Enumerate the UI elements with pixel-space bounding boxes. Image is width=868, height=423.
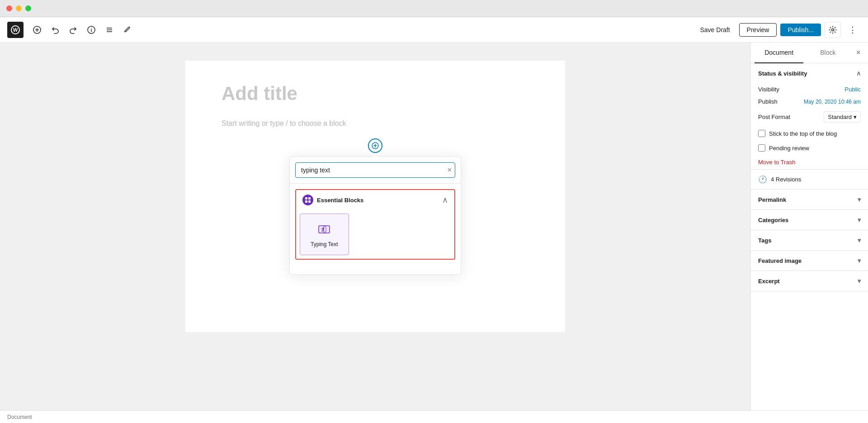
sidebar-close-button[interactable]: × <box>853 46 865 59</box>
tags-header[interactable]: Tags ▾ <box>751 230 868 250</box>
preview-button[interactable]: Preview <box>739 23 777 37</box>
typing-text-icon: T <box>316 221 332 238</box>
svg-point-9 <box>832 29 834 31</box>
tags-panel: Tags ▾ <box>751 230 868 251</box>
wp-main: Add title Start writing or type / to cho… <box>0 43 868 410</box>
excerpt-header[interactable]: Excerpt ▾ <box>751 271 868 291</box>
more-options-button[interactable]: ⋮ <box>844 22 861 38</box>
post-format-value: Standard <box>828 114 852 120</box>
popup-arrow-inner <box>372 154 378 157</box>
publish-row: Publish May 20, 2020 10:46 am <box>751 95 868 108</box>
category-collapse-button[interactable]: ∧ <box>442 195 448 205</box>
post-title-placeholder[interactable]: Add title <box>222 82 529 105</box>
category-label: Essential Blocks <box>302 195 363 205</box>
excerpt-title: Excerpt <box>758 278 780 285</box>
categories-panel: Categories ▾ <box>751 210 868 230</box>
post-format-select[interactable]: Standard ▾ <box>824 111 861 123</box>
tab-block[interactable]: Block <box>803 43 852 63</box>
status-visibility-panel: Status & visibility ∧ Visibility Public … <box>751 63 868 170</box>
clear-icon: × <box>448 166 452 174</box>
redo-button[interactable] <box>65 22 81 38</box>
visibility-value[interactable]: Public <box>845 86 861 93</box>
svg-rect-15 <box>305 200 307 203</box>
pending-review-checkbox[interactable] <box>758 144 765 152</box>
mac-max-btn[interactable] <box>25 5 31 11</box>
permalink-title: Permalink <box>758 196 786 203</box>
essential-blocks-category: Essential Blocks ∧ <box>295 189 455 260</box>
typing-text-block-item[interactable]: T Typing Text <box>300 214 349 255</box>
statusbar-label: Document <box>7 414 32 420</box>
block-search-area: typing text × <box>290 157 461 184</box>
revisions-clock-icon: 🕐 <box>758 175 767 184</box>
permalink-header[interactable]: Permalink ▾ <box>751 190 868 209</box>
wp-statusbar: Document <box>0 410 868 423</box>
block-search-input[interactable]: typing text <box>295 162 455 178</box>
publish-label: Publish <box>758 98 778 105</box>
post-format-arrow-icon: ▾ <box>854 114 857 120</box>
revisions-row[interactable]: 🕐 4 Revisions <box>751 170 868 189</box>
categories-title: Categories <box>758 217 788 223</box>
tags-title: Tags <box>758 237 771 244</box>
typing-text-block-label: Typing Text <box>311 241 338 247</box>
svg-rect-16 <box>308 200 311 203</box>
stick-top-label[interactable]: Stick to the top of the blog <box>769 130 837 137</box>
editor-content: Add title Start writing or type / to cho… <box>185 61 565 332</box>
move-to-trash-link[interactable]: Move to Trash <box>751 155 802 169</box>
visibility-label: Visibility <box>758 86 779 93</box>
category-header: Essential Blocks ∧ <box>296 190 454 210</box>
wp-logo-text: W <box>13 27 18 33</box>
category-name: Essential Blocks <box>317 197 363 204</box>
undo-button[interactable] <box>47 22 63 38</box>
svg-rect-14 <box>308 197 311 200</box>
wp-canvas[interactable]: Add title Start writing or type / to cho… <box>0 43 750 410</box>
block-grid: T Typing Text <box>296 210 454 259</box>
revisions-label: 4 Revisions <box>771 176 801 183</box>
status-chevron-icon: ∧ <box>856 70 861 77</box>
sidebar-tabs: Document Block × <box>751 43 868 63</box>
pending-review-label[interactable]: Pending review <box>769 145 809 152</box>
publish-value[interactable]: May 20, 2020 10:46 am <box>804 99 861 105</box>
status-visibility-header[interactable]: Status & visibility ∧ <box>751 63 868 83</box>
info-button[interactable] <box>83 22 99 38</box>
more-icon: ⋮ <box>849 25 857 35</box>
categories-chevron-icon: ▾ <box>858 216 861 223</box>
close-icon: × <box>856 48 861 57</box>
save-draft-button[interactable]: Save Draft <box>694 24 735 36</box>
featured-image-header[interactable]: Featured image ▾ <box>751 251 868 271</box>
tab-document[interactable]: Document <box>755 43 803 63</box>
featured-image-chevron-icon: ▾ <box>858 257 861 264</box>
stick-top-checkbox[interactable] <box>758 130 765 137</box>
inserter-bottom-space <box>290 265 461 274</box>
post-format-row: Post Format Standard ▾ <box>751 108 868 126</box>
svg-point-4 <box>91 28 92 29</box>
toolbar-right: Save Draft Preview Publish... ⋮ <box>694 22 861 38</box>
search-clear-button[interactable]: × <box>448 166 452 174</box>
mac-min-btn[interactable] <box>16 5 22 11</box>
status-visibility-title: Status & visibility <box>758 70 807 77</box>
tags-chevron-icon: ▾ <box>858 237 861 244</box>
featured-image-title: Featured image <box>758 257 802 264</box>
publish-button[interactable]: Publish... <box>780 24 821 36</box>
wp-logo-inner: W <box>11 25 20 34</box>
featured-image-panel: Featured image ▾ <box>751 251 868 271</box>
excerpt-panel: Excerpt ▾ <box>751 271 868 291</box>
visibility-row: Visibility Public <box>751 83 868 95</box>
categories-header[interactable]: Categories ▾ <box>751 210 868 230</box>
permalink-chevron-icon: ▾ <box>858 196 861 203</box>
edit-mode-button[interactable] <box>119 22 136 38</box>
mac-titlebar <box>0 0 868 17</box>
list-view-button[interactable] <box>101 22 118 38</box>
mac-close-btn[interactable] <box>6 5 12 11</box>
move-to-trash-container: Move to Trash <box>751 155 868 169</box>
wp-logo[interactable]: W <box>7 22 24 38</box>
pending-review-row: Pending review <box>751 141 868 155</box>
popup-arrow <box>372 153 379 157</box>
add-block-plus-button[interactable] <box>368 138 382 153</box>
collapse-icon: ∧ <box>442 195 448 204</box>
add-block-toolbar-button[interactable] <box>29 22 45 38</box>
post-format-label: Post Format <box>758 114 790 120</box>
wp-sidebar: Document Block × Status & visibility ∧ V… <box>750 43 868 410</box>
settings-button[interactable] <box>825 22 841 38</box>
block-inserter-popup: typing text × Essential Block <box>289 157 461 275</box>
permalink-panel: Permalink ▾ <box>751 190 868 210</box>
